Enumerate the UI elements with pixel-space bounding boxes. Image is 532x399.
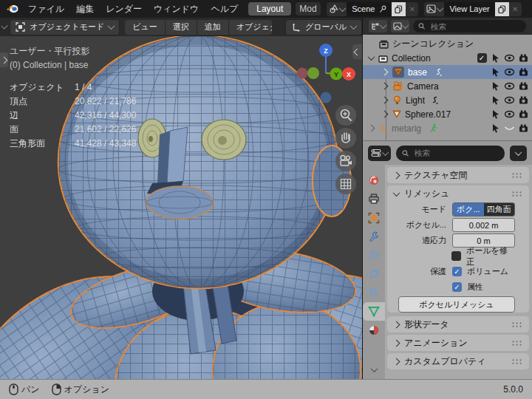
row-base-selected[interactable]: base (363, 65, 532, 79)
expand-icon[interactable] (381, 83, 389, 90)
collection-exclude-checkbox[interactable] (477, 53, 487, 63)
render-visibility-icon[interactable] (519, 124, 528, 132)
panel-grip[interactable] (511, 191, 522, 197)
tab-constraints[interactable] (363, 283, 385, 301)
menu-view[interactable]: ビュー (125, 20, 166, 35)
hide-eye-icon[interactable] (504, 82, 515, 90)
menu-file[interactable]: ファイル (22, 0, 70, 18)
menu-select[interactable]: 選択 (166, 20, 197, 35)
properties-search-input[interactable] (412, 148, 499, 158)
tab-modifiers[interactable] (363, 227, 385, 245)
menu-add[interactable]: 追加 (197, 20, 229, 35)
row-collection[interactable]: Collection (363, 51, 532, 65)
row-metarig[interactable]: metarig (363, 121, 532, 135)
outliner-filter-button[interactable] (391, 20, 409, 33)
tabs-overflow-button[interactable] (363, 361, 385, 379)
panel-remesh[interactable]: リメッシュ モード ボク... 四角面 ボクセル... 0.002 m 適応力 … (387, 185, 529, 313)
gizmo-axis-neg-x[interactable] (297, 68, 308, 79)
hide-eye-icon[interactable] (504, 96, 515, 104)
properties-options-button[interactable] (510, 146, 527, 161)
viewport-canvas[interactable]: ユーザー・平行投影 (0) Collection | base オブジェクト1 … (0, 36, 362, 379)
tab-object[interactable] (363, 208, 385, 227)
navigation-gizmo[interactable]: Z Y X (293, 40, 359, 108)
menu-help[interactable]: ヘルプ (205, 0, 244, 18)
perspective-toggle-button[interactable] (335, 174, 356, 194)
voxel-size-field[interactable]: 0.002 m (452, 218, 515, 232)
expand-icon[interactable] (381, 69, 389, 76)
scene-name-field[interactable]: Scene (347, 2, 392, 16)
tab-object-data-active[interactable] (363, 302, 385, 321)
panel-texture-space[interactable]: テクスチャ空間 (387, 167, 529, 183)
view-layer-browse-button[interactable] (424, 2, 444, 16)
menu-render[interactable]: レンダー (100, 0, 148, 18)
selectable-icon[interactable] (491, 95, 500, 105)
hide-eye-icon[interactable] (504, 68, 515, 76)
right-eye[interactable] (202, 120, 246, 160)
render-visibility-icon[interactable] (519, 96, 528, 104)
mouth[interactable] (146, 186, 213, 219)
expand-icon[interactable] (368, 125, 375, 132)
tab-output[interactable] (363, 189, 385, 208)
transform-orientation-dropdown[interactable]: グローバル (285, 19, 362, 35)
outliner-search-input[interactable] (429, 21, 521, 32)
tab-physics[interactable] (363, 265, 385, 283)
workspace-tab-modeling[interactable]: Mod (296, 2, 321, 16)
view-layer-new-copy-button[interactable] (495, 2, 509, 16)
scene-browse-button[interactable] (327, 2, 347, 16)
properties-editor-type-button[interactable] (368, 146, 391, 161)
zoom-button[interactable] (335, 105, 356, 126)
blender-logo-icon[interactable] (6, 4, 19, 14)
sidebar-toggle[interactable] (352, 44, 362, 59)
fix-poles-checkbox[interactable] (451, 251, 461, 261)
scene-new-copy-button[interactable] (392, 2, 406, 16)
pin-icon[interactable] (379, 5, 386, 13)
row-camera[interactable]: Camera (363, 79, 532, 93)
remesh-mode-quad-button[interactable]: 四角面 (484, 203, 515, 216)
hidden-eye-closed-icon[interactable] (504, 124, 515, 132)
view-layer-remove-button[interactable]: ✕ (509, 2, 522, 16)
panel-custom-properties[interactable]: カスタムプロパティ (387, 353, 529, 369)
tab-material[interactable] (363, 321, 385, 339)
gizmo-axis-neg-y[interactable] (307, 67, 319, 79)
scene-unlink-button[interactable]: ✕ (406, 2, 418, 16)
outliner-search[interactable] (413, 20, 526, 33)
workspace-tab-layout[interactable]: Layout (248, 2, 291, 16)
toolbar-toggle[interactable] (0, 52, 8, 67)
panel-shape-data[interactable]: 形状データ (387, 316, 529, 332)
menu-window[interactable]: ウィンドウ (148, 0, 205, 18)
pan-button[interactable] (335, 128, 356, 149)
menu-edit[interactable]: 編集 (70, 0, 100, 18)
selectable-icon[interactable] (491, 53, 500, 63)
panel-animation[interactable]: アニメーション (387, 335, 529, 351)
panel-grip[interactable] (511, 340, 522, 347)
expand-icon[interactable] (381, 111, 389, 118)
render-visibility-icon[interactable] (519, 82, 528, 90)
panel-grip[interactable] (511, 321, 522, 328)
outliner-display-mode-button[interactable] (369, 20, 387, 33)
menu-object[interactable]: オブジェクト (229, 20, 272, 35)
view-layer-name-field[interactable]: View Layer (444, 2, 494, 16)
properties-search[interactable] (396, 146, 505, 161)
camera-view-button[interactable] (335, 151, 356, 171)
selectable-icon[interactable] (491, 109, 500, 119)
row-sphere-017[interactable]: Sphere.017 (363, 107, 532, 121)
panel-grip[interactable] (511, 358, 522, 365)
gizmo-axis-neg-z[interactable] (321, 92, 332, 103)
row-light[interactable]: Light (363, 93, 532, 107)
tab-particles[interactable] (363, 246, 385, 265)
panel-grip[interactable] (511, 172, 522, 179)
hide-eye-icon[interactable] (504, 110, 515, 118)
selectable-icon[interactable] (491, 81, 500, 91)
render-visibility-icon[interactable] (519, 54, 528, 62)
preserve-volume-checkbox[interactable] (452, 267, 462, 276)
selectable-icon[interactable] (491, 123, 500, 133)
row-scene-collection[interactable]: シーンコレクション (363, 37, 532, 51)
render-visibility-icon[interactable] (519, 68, 528, 76)
tab-render[interactable] (363, 171, 385, 189)
preserve-attributes-checkbox[interactable] (452, 282, 462, 292)
render-visibility-icon[interactable] (519, 110, 528, 118)
expand-icon[interactable] (381, 97, 389, 104)
mode-dropdown[interactable]: オブジェクトモード (10, 19, 120, 35)
expand-icon[interactable] (368, 53, 375, 61)
selectable-icon[interactable] (491, 67, 500, 77)
